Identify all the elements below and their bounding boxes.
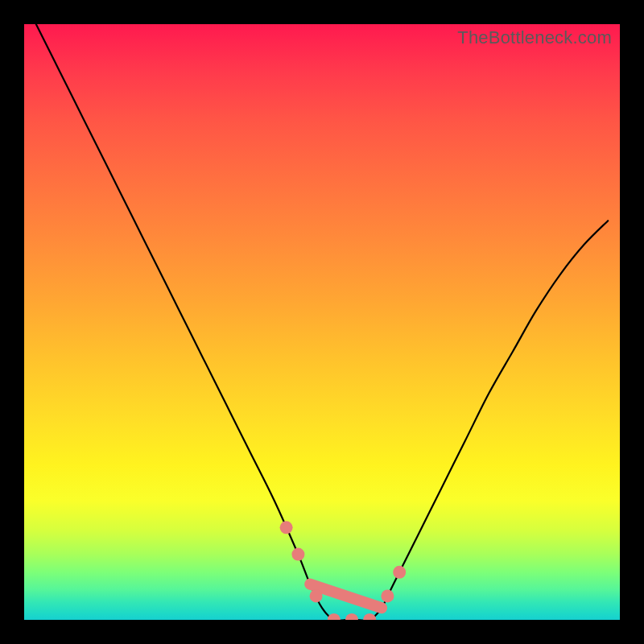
highlight-dot: [345, 613, 358, 620]
highlight-dot: [363, 613, 376, 620]
plot-area: TheBottleneck.com: [24, 24, 620, 620]
bottleneck-curve-svg: [24, 24, 620, 620]
highlight-dot: [280, 521, 293, 534]
highlight-dot: [381, 589, 394, 602]
watermark-text: TheBottleneck.com: [457, 27, 612, 48]
highlight-dot: [291, 548, 304, 561]
bottleneck-curve-line: [36, 24, 608, 620]
highlight-markers: [280, 521, 407, 620]
highlight-dot: [393, 566, 406, 579]
chart-frame: TheBottleneck.com: [0, 0, 644, 644]
highlight-dot: [328, 613, 341, 620]
highlight-dot: [310, 589, 323, 602]
